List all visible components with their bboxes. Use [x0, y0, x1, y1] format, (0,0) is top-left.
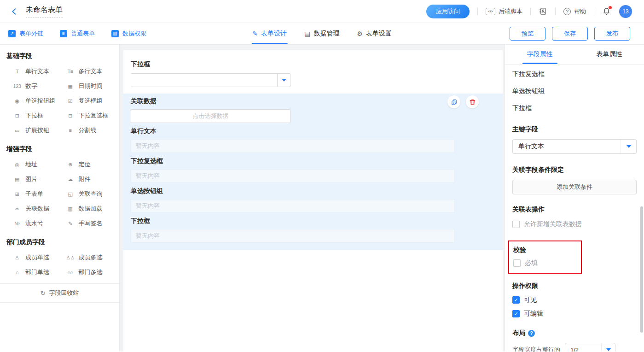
- save-button[interactable]: 保存: [552, 27, 588, 41]
- attachment-icon: ☁: [66, 176, 75, 182]
- palette-field-item[interactable]: № 流水号: [6, 216, 60, 231]
- divider: [530, 8, 531, 15]
- properties-tab[interactable]: 表单属性: [574, 45, 644, 64]
- palette-field-item[interactable]: ⊟ 下拉复选框: [60, 108, 113, 123]
- palette-field-item[interactable]: ◎ 地址: [6, 157, 60, 172]
- palette-field-item[interactable]: ◱ 关联查询: [60, 187, 113, 201]
- palette-field-label: 单行文本: [25, 67, 49, 76]
- form-mode-item[interactable]: ↗ 表单外链: [8, 29, 43, 38]
- publish-button[interactable]: 发布: [594, 27, 630, 41]
- permission-checkbox-row[interactable]: 可见: [512, 296, 637, 304]
- panel-field-item[interactable]: 下拉复选框: [512, 70, 637, 78]
- caret-segment: [601, 343, 615, 352]
- field-recycle-bin[interactable]: ↻ 字段回收站: [0, 283, 119, 303]
- designer-tab[interactable]: ✎ 表单设计: [252, 23, 287, 44]
- palette-field-item[interactable]: ◉ 单选按钮组: [6, 94, 60, 108]
- subfield-label: 单选按钮组: [131, 187, 495, 195]
- palette-field-label: 成员单选: [25, 253, 49, 262]
- panel-field-item[interactable]: 单选按钮组: [512, 87, 637, 95]
- form-mode-label: 数据权限: [122, 29, 146, 38]
- palette-field-item[interactable]: ▤ 图片: [6, 172, 60, 187]
- designer-tab[interactable]: ▤ 数据管理: [304, 23, 339, 44]
- address-book-button[interactable]: [539, 7, 547, 16]
- delete-field-button[interactable]: [466, 95, 479, 108]
- divider: [594, 8, 594, 15]
- properties-panel: 字段属性 表单属性 下拉复选框 单选按钮组 下拉框 主键字段: [505, 45, 644, 352]
- properties-tab[interactable]: 字段属性: [505, 45, 574, 64]
- palette-field-label: 复选框组: [79, 97, 103, 105]
- field-label: 下拉框: [131, 60, 495, 69]
- layout-help-icon[interactable]: ?: [528, 330, 535, 337]
- notifications-button[interactable]: [602, 7, 611, 16]
- external-link-icon: ↗: [8, 30, 16, 37]
- palette-field-item[interactable]: ≡ 分割线: [60, 123, 113, 138]
- palette-field-item[interactable]: ⊕ 定位: [60, 157, 113, 172]
- selected-related-data-block[interactable]: 关联数据 点击选择数据 单行文本 暂无内容 下拉复选框 暂无内容: [123, 94, 503, 250]
- related-subfield: 单选按钮组 暂无内容: [131, 187, 495, 213]
- caret-segment: [277, 74, 290, 87]
- add-condition-button[interactable]: 添加关联条件: [512, 180, 637, 194]
- palette-field-label: 单选按钮组: [25, 97, 55, 105]
- form-toolbar: ↗ 表单外链 ≡ 普通表单 ▥ 数据权限 ✎ 表单设计 ▤ 数据管理: [0, 23, 644, 45]
- palette-field-label: 部门单选: [25, 268, 49, 276]
- palette-field-item[interactable]: ♙♙ 成员多选: [60, 250, 113, 265]
- subfield-label: 单行文本: [131, 127, 495, 135]
- palette-field-item[interactable]: T 单行文本: [6, 64, 60, 79]
- palette-field-item[interactable]: ♙ 成员单选: [6, 250, 60, 265]
- preview-button[interactable]: 预览: [510, 27, 545, 41]
- palette-field-item[interactable]: ∞ 关联数据: [6, 201, 60, 216]
- dropdown-value: [131, 74, 277, 87]
- checkbox[interactable]: [512, 296, 520, 304]
- app-access-button[interactable]: 应用访问: [426, 5, 470, 18]
- data-manage-icon: ▤: [304, 30, 310, 37]
- signature-icon: ✎: [66, 221, 75, 227]
- palette-field-item[interactable]: ✎ 手写签名: [60, 216, 113, 231]
- panel-scrollbar[interactable]: [640, 206, 643, 333]
- form-mode-item[interactable]: ≡ 普通表单: [60, 29, 95, 38]
- form-mode-list: ↗ 表单外链 ≡ 普通表单 ▥ 数据权限: [8, 29, 146, 38]
- subfield-placeholder-input: 暂无内容: [131, 229, 455, 243]
- back-button[interactable]: [9, 6, 19, 17]
- palette-field-item[interactable]: ⌂⌂ 部门多选: [60, 265, 113, 280]
- designer-tab[interactable]: ⚙ 表单设置: [357, 23, 392, 44]
- data-picker-input[interactable]: 点击选择数据: [131, 109, 290, 123]
- form-settings-icon: ⚙: [357, 30, 363, 37]
- form-mode-item[interactable]: ▥ 数据权限: [111, 29, 146, 38]
- checkbox[interactable]: [512, 310, 520, 317]
- designer-tab-label: 数据管理: [313, 29, 339, 38]
- palette-field-item[interactable]: ☁ 附件: [60, 172, 113, 187]
- divider: [555, 8, 556, 15]
- field-width-select[interactable]: 1/2: [565, 343, 615, 352]
- canvas-field-dropdown[interactable]: 下拉框: [123, 60, 503, 87]
- backend-script-button[interactable]: </> 后端脚本: [486, 7, 522, 16]
- copy-field-button[interactable]: [447, 95, 460, 108]
- primary-key-select[interactable]: 单行文本: [512, 139, 637, 154]
- permission-checkbox-row[interactable]: 可编辑: [512, 310, 637, 318]
- form-canvas-card: 下拉框: [123, 50, 503, 352]
- multi-select-icon: ⊟: [66, 113, 75, 119]
- palette-field-item[interactable]: ▥ 数据加载: [60, 201, 113, 216]
- palette-field-item[interactable]: ⊡ 下拉框: [6, 108, 60, 123]
- form-title[interactable]: 未命名表单: [26, 5, 63, 18]
- section-title-enhanced: 增强字段: [6, 145, 113, 153]
- palette-field-item[interactable]: ▦ 日期时间: [60, 79, 113, 94]
- palette-field-item[interactable]: ⌂ 部门单选: [6, 265, 60, 280]
- dropdown-select[interactable]: [131, 73, 290, 87]
- panel-field-item[interactable]: 下拉框: [512, 104, 637, 112]
- palette-field-item[interactable]: ⊞ 子表单: [6, 187, 60, 201]
- related-subfield: 下拉框 暂无内容: [131, 217, 495, 243]
- checkbox-group-icon: ☑: [66, 98, 75, 104]
- avatar[interactable]: 13: [619, 5, 632, 18]
- palette-field-label: 定位: [79, 160, 91, 169]
- palette-field-item[interactable]: 123 数字: [6, 79, 60, 94]
- checkbox-unchecked[interactable]: [512, 221, 520, 228]
- palette-field-item[interactable]: ▭ 扩展按钮: [6, 123, 60, 138]
- help-button[interactable]: ? 帮助: [563, 7, 586, 16]
- allow-add-related-checkbox-row[interactable]: 允许新增关联表数据: [512, 220, 637, 229]
- form-mode-label: 表单外链: [19, 29, 43, 38]
- palette-field-item[interactable]: T≡ 多行文本: [60, 64, 113, 79]
- palette-field-item[interactable]: ☑ 复选框组: [60, 94, 113, 108]
- required-checkbox-row[interactable]: 必填: [513, 259, 577, 267]
- enhanced-field-list: ◎ 地址 ⊕ 定位 ▤ 图片 ☁ 附件: [6, 157, 113, 231]
- checkbox-unchecked[interactable]: [513, 259, 521, 267]
